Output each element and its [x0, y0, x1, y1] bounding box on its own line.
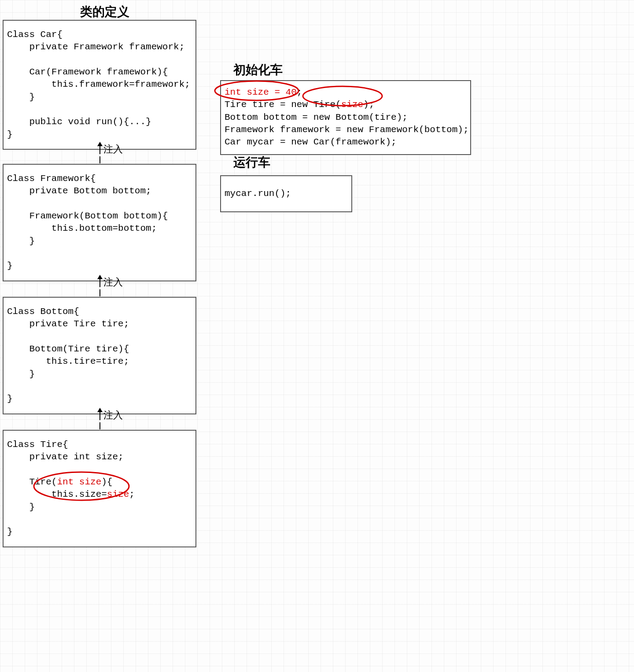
codebox-init: int size = 40; Tire tire = new Tire(size… [220, 80, 471, 155]
codebox-run: mycar.run(); [220, 175, 352, 212]
code-line: this.bottom=bottom; [7, 223, 157, 233]
code-line: private Bottom bottom; [7, 186, 151, 196]
arrow-line [100, 289, 100, 296]
code-line: private Framework framework; [7, 42, 184, 52]
arrow-label-inject: 注入 [103, 276, 123, 289]
code-fragment: this.size= [7, 489, 107, 499]
code-fragment: ){ [101, 477, 112, 487]
arrow-line [100, 156, 100, 163]
code-line: Framework(Bottom bottom){ [7, 211, 168, 221]
highlight-size-arg: size [341, 100, 363, 110]
code-line: Class Tire{ [7, 439, 68, 450]
code-line: Car(Framework framework){ [7, 67, 168, 77]
code-line: Class Bottom{ [7, 306, 79, 317]
code-line: int size = 40; [225, 87, 302, 97]
code-line: Tire tire = new Tire(size); [225, 100, 374, 110]
code-line: private Tire tire; [7, 319, 129, 329]
highlight-int-size-40: int size = 40 [225, 87, 297, 97]
code-line: this.size=size; [7, 489, 135, 499]
codebox-car: Class Car{ private Framework framework; … [3, 20, 196, 150]
code-line: } [7, 129, 13, 140]
code-line: } [7, 236, 35, 246]
code-fragment: Tire( [7, 477, 57, 487]
code-line: } [7, 369, 35, 379]
codebox-framework: Class Framework{ private Bottom bottom; … [3, 164, 196, 281]
code-fragment: ; [129, 489, 135, 499]
arrow-line [100, 146, 100, 154]
code-fragment: Tire tire = new Tire( [225, 100, 341, 110]
code-line: Framework framework = new Framework(bott… [225, 125, 469, 135]
code-line: Car mycar = new Car(framework); [225, 137, 397, 147]
code-line: private int size; [7, 452, 124, 462]
arrow-label-inject: 注入 [103, 143, 123, 156]
code-line: } [7, 527, 13, 537]
highlight-int-size: int size [57, 477, 101, 487]
codebox-bottom: Class Bottom{ private Tire tire; Bottom(… [3, 297, 196, 414]
code-line: } [7, 502, 35, 512]
code-line: public void run(){...} [7, 117, 151, 127]
arrow-label-inject: 注入 [103, 409, 123, 422]
code-line: Class Car{ [7, 30, 63, 40]
heading-init-car: 初始化车 [233, 62, 283, 78]
arrow-line [100, 279, 100, 287]
arrow-up-icon [97, 408, 103, 412]
arrow-line [100, 412, 100, 420]
code-line: } [7, 394, 13, 404]
arrow-up-icon [97, 275, 103, 279]
heading-class-definition: 类的定义 [80, 4, 129, 20]
code-line: } [7, 92, 35, 102]
code-line: Bottom(Tire tire){ [7, 344, 129, 354]
code-line: Class Framework{ [7, 174, 96, 184]
code-line: this.framework=framework; [7, 79, 190, 89]
arrow-line [100, 422, 100, 429]
highlight-size: size [107, 489, 129, 499]
code-line: } [7, 261, 13, 271]
code-line: Tire(int size){ [7, 477, 112, 487]
code-line: mycar.run(); [225, 188, 291, 199]
code-fragment: ; [297, 87, 302, 97]
code-fragment: ); [363, 100, 374, 110]
code-line: Bottom bottom = new Bottom(tire); [225, 112, 408, 122]
codebox-tire: Class Tire{ private int size; Tire(int s… [3, 430, 196, 547]
heading-run-car: 运行车 [233, 154, 270, 171]
arrow-up-icon [97, 142, 103, 146]
code-line: this.tire=tire; [7, 356, 129, 366]
